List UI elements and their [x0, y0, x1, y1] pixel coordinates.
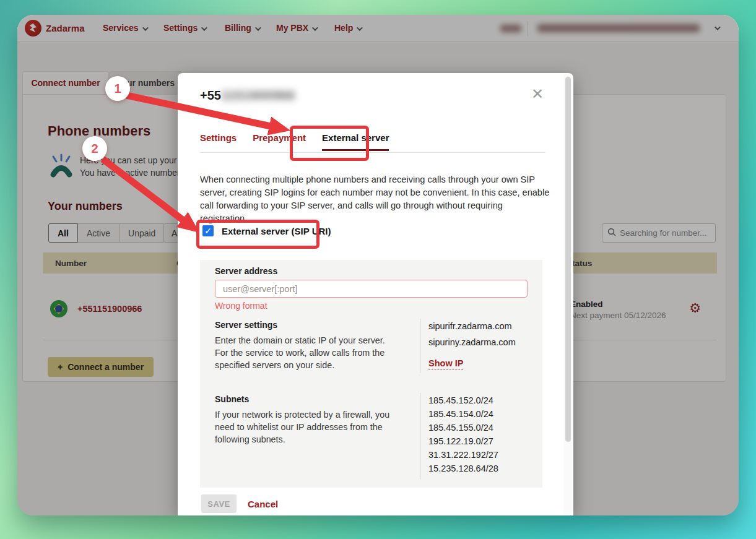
subnet-item: 185.45.154.0/24: [428, 409, 498, 419]
external-server-form: Server address Wrong format Server setti…: [200, 260, 542, 488]
screenshot-stage: Connect number Your numbers Phone number…: [0, 0, 756, 539]
subnets-list: 185.45.152.0/24 185.45.154.0/24 185.45.1…: [428, 395, 498, 477]
subnet-item: 185.45.155.0/24: [428, 423, 498, 433]
subnets-text: If your network is protected by a firewa…: [215, 408, 401, 446]
cancel-button[interactable]: Cancel: [248, 499, 278, 509]
error-message: Wrong format: [215, 301, 267, 311]
server-settings-title: Server settings: [215, 320, 277, 330]
number-settings-modal: +551151900966 ✕ Settings Prepayment Exte…: [178, 73, 573, 515]
subnet-item: 195.122.19.0/27: [428, 436, 498, 446]
server-address-input[interactable]: [215, 280, 528, 298]
vertical-divider: [420, 393, 420, 480]
subnet-item: 31.31.222.192/27: [428, 450, 498, 460]
vertical-divider: [420, 319, 420, 373]
modal-description: When connecting multiple phone numbers a…: [200, 173, 550, 225]
annotation-box-sip-uri-checkbox: [196, 220, 319, 249]
save-button[interactable]: SAVE: [201, 494, 237, 513]
number-prefix: +55: [200, 88, 221, 102]
tabs-divider: [200, 152, 545, 153]
sip-domain: sipurifr.zadarma.com: [428, 321, 516, 331]
server-settings-text: Enter the domain or static IP of your se…: [215, 334, 401, 371]
subnets-title: Subnets: [215, 394, 249, 404]
step-1-badge: 1: [105, 76, 130, 101]
server-address-label: Server address: [215, 266, 277, 276]
annotation-box-external-server-tab: [290, 126, 369, 161]
sip-domain: sipuriny.zadarma.com: [428, 337, 516, 347]
subnet-item: 15.235.128.64/28: [428, 464, 498, 473]
modal-title: +551151900966: [200, 88, 295, 103]
step-2-badge: 2: [82, 136, 107, 161]
sip-domains: sipurifr.zadarma.com sipuriny.zadarma.co…: [428, 321, 516, 370]
modal-tab-settings[interactable]: Settings: [200, 132, 237, 151]
number-blurred: 1151900966: [221, 88, 295, 102]
modal-scrollbar-thumb[interactable]: [565, 77, 571, 442]
subnet-item: 185.45.152.0/24: [428, 395, 498, 405]
close-icon[interactable]: ✕: [531, 87, 544, 101]
show-ip-link[interactable]: Show IP: [428, 358, 463, 370]
